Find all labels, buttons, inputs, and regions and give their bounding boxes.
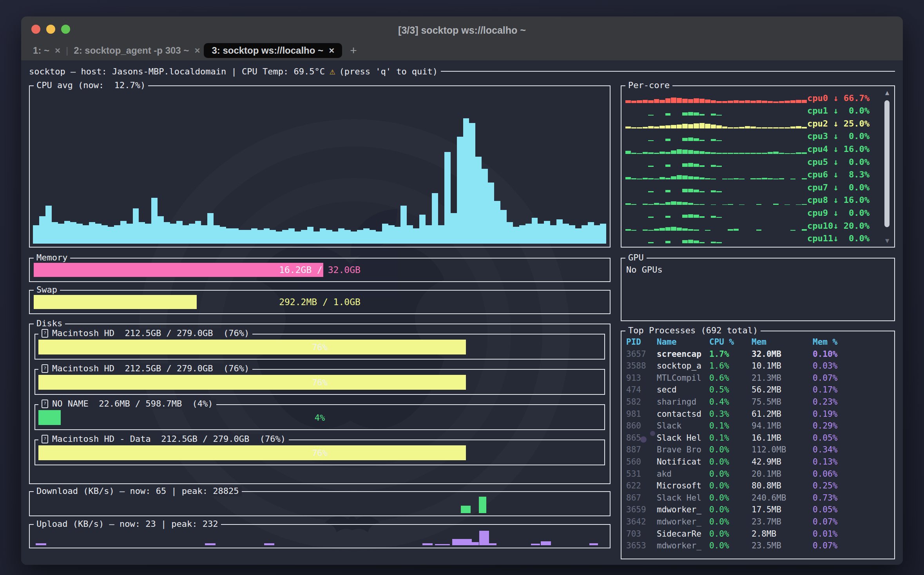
sparkline-bar bbox=[682, 99, 688, 103]
sparkline-bar bbox=[671, 176, 676, 179]
column-header[interactable]: Mem bbox=[752, 336, 807, 348]
cpu-avg-bar bbox=[70, 222, 76, 244]
new-tab-button[interactable]: + bbox=[350, 44, 357, 57]
disk-icon: ? bbox=[42, 364, 48, 373]
sparkline-bar bbox=[716, 191, 722, 192]
process-row[interactable]: 560Notificat0.0%42.9MB0.13% bbox=[626, 456, 891, 468]
cpu-avg-bar bbox=[64, 221, 71, 244]
tab-3-active[interactable]: 3: socktop ws://localho ~ × bbox=[204, 43, 342, 58]
process-row[interactable]: 913MTLCompil0.6%21.3MB0.07% bbox=[626, 372, 891, 384]
column-header[interactable]: Mem % bbox=[813, 336, 891, 348]
process-name: Slack Hel bbox=[657, 432, 704, 444]
sparkline-bar bbox=[756, 100, 762, 103]
tab-1[interactable]: 1: ~ × bbox=[29, 43, 64, 58]
sparkline-bar bbox=[699, 123, 705, 128]
sparkline-bar bbox=[659, 100, 665, 103]
per-core-sparkline bbox=[625, 169, 807, 179]
sparkline-bar bbox=[648, 178, 654, 179]
process-name: mdworker_ bbox=[657, 504, 704, 516]
process-row[interactable]: 887Brave Bro0.0%112.0MB0.34% bbox=[626, 444, 891, 456]
process-row[interactable]: 582sharingd0.4%75.5MB0.23% bbox=[626, 396, 891, 408]
process-mempct: 0.10% bbox=[813, 348, 891, 360]
cpu-avg-bar bbox=[444, 152, 451, 244]
tab-2[interactable]: 2: socktop_agent -p 303 ~ × bbox=[70, 43, 204, 58]
process-row[interactable]: 860Slack0.1%94.1MB0.29% bbox=[626, 420, 891, 432]
cpu-avg-bar bbox=[95, 224, 101, 244]
cpu-avg-bar bbox=[370, 230, 376, 244]
sparkline-bar bbox=[643, 204, 648, 205]
process-mempct: 0.73% bbox=[813, 492, 891, 504]
column-header[interactable]: CPU % bbox=[709, 336, 746, 348]
tab-1-close-icon[interactable]: × bbox=[55, 45, 60, 56]
process-row[interactable]: 474secd0.5%56.2MB0.17% bbox=[626, 384, 891, 396]
sparkline-bar bbox=[734, 153, 739, 154]
process-row[interactable]: 3642mdworker_0.0%23.7MB0.07% bbox=[626, 516, 891, 528]
cpu-avg-bar bbox=[133, 208, 139, 244]
sparkline-bar bbox=[665, 241, 671, 243]
process-row[interactable]: 3653mdworker_0.0%23.5MB0.07% bbox=[626, 540, 891, 552]
tab-1-label: 1: ~ bbox=[33, 45, 49, 56]
upload-chart bbox=[33, 528, 607, 545]
sparkline-bar bbox=[750, 153, 756, 154]
upload-bar bbox=[479, 531, 489, 545]
sparkline-bar bbox=[648, 204, 654, 205]
cpu-avg-bar bbox=[176, 221, 183, 244]
per-core-row: cpu3 ↓ 0.0% bbox=[625, 128, 877, 141]
process-mem: 21.3MB bbox=[752, 372, 807, 384]
cpu-avg-bar bbox=[39, 216, 45, 244]
disk-label: Macintosh HD 212.5GB / 279.0GB (76%) bbox=[52, 328, 249, 338]
process-row[interactable]: 3659mdworker_0.0%17.5MB0.05% bbox=[626, 504, 891, 516]
sparkline-bar bbox=[773, 101, 779, 103]
sparkline-bar bbox=[750, 101, 756, 103]
sparkline-bar bbox=[688, 240, 694, 243]
temp-warning-icon: ⚠ bbox=[330, 66, 335, 77]
disk-percent-label: 4% bbox=[38, 410, 601, 425]
process-row[interactable]: 622Microsoft0.0%80.8MB0.25% bbox=[626, 480, 891, 492]
sparkline-bar bbox=[643, 178, 648, 179]
sparkline-bar bbox=[750, 178, 756, 179]
process-row[interactable]: 3588socktop_a1.6%10.1MB0.03% bbox=[626, 360, 891, 372]
sparkline-bar bbox=[722, 179, 728, 179]
process-row[interactable]: 3657screencap1.7%32.0MB0.10% bbox=[626, 348, 891, 360]
process-mem: 61.2MB bbox=[752, 408, 807, 420]
process-row[interactable]: 865Slack Hel0.1%16.1MB0.05% bbox=[626, 432, 891, 444]
column-header[interactable]: Name bbox=[657, 336, 704, 348]
disks-panel: Disks ?Macintosh HD 212.5GB / 279.0GB (7… bbox=[29, 324, 611, 484]
per-core-panel: Per-core cpu0 ↓ 66.7%cpu1 ↓ 0.0%cpu2 ↓ 2… bbox=[621, 85, 895, 248]
status-header: socktop — host: Jasons-MBP.localdomain |… bbox=[29, 66, 895, 77]
sparkline-bar bbox=[654, 229, 659, 230]
per-core-scrollbar[interactable]: ▲ ▼ bbox=[882, 88, 892, 245]
sparkline-bar bbox=[728, 127, 733, 128]
sparkline-bar bbox=[716, 166, 722, 167]
per-core-row: cpu11↓ 0.0% bbox=[625, 231, 877, 244]
process-row[interactable]: 531akd0.0%20.1MB0.06% bbox=[626, 468, 891, 480]
sparkline-bar bbox=[762, 153, 767, 154]
sparkline-bar bbox=[722, 101, 728, 103]
process-row[interactable]: 703SidecarRe0.0%2.8MB0.01% bbox=[626, 528, 891, 540]
sparkline-bar bbox=[688, 203, 694, 205]
sparkline-bar bbox=[796, 126, 801, 128]
disk-item: ?Macintosh HD 212.5GB / 279.0GB (76%)76% bbox=[34, 334, 605, 360]
scroll-down-icon[interactable]: ▼ bbox=[882, 237, 892, 244]
column-header[interactable]: PID bbox=[626, 336, 651, 348]
scroll-up-icon[interactable]: ▲ bbox=[882, 89, 892, 96]
process-name: Slack bbox=[657, 420, 704, 432]
cpu-avg-bar bbox=[108, 227, 114, 244]
per-core-row: cpu6 ↓ 8.3% bbox=[625, 167, 877, 180]
process-mempct: 0.13% bbox=[813, 456, 891, 468]
download-panel: Download (KB/s) — now: 65 | peak: 28825 bbox=[29, 491, 611, 516]
scrollbar-thumb[interactable] bbox=[884, 100, 890, 227]
tab-3-label: 3: socktop ws://localho ~ bbox=[212, 45, 323, 56]
per-core-label: cpu0 ↓ 66.7% bbox=[807, 93, 877, 103]
sparkline-bar bbox=[802, 100, 807, 103]
tab-2-close-icon[interactable]: × bbox=[194, 45, 200, 56]
per-core-row: cpu0 ↓ 66.7% bbox=[625, 90, 877, 103]
process-row[interactable]: 981contactsd0.3%61.2MB0.19% bbox=[626, 408, 891, 420]
process-row[interactable]: 867Slack Hel0.0%240.6MB0.73% bbox=[626, 492, 891, 504]
tab-3-close-icon[interactable]: × bbox=[329, 45, 334, 56]
sparkline-bar bbox=[659, 204, 665, 205]
sparkline-bar bbox=[682, 175, 688, 179]
process-cpu: 1.6% bbox=[709, 360, 746, 372]
sparkline-bar bbox=[688, 99, 694, 103]
cpu-avg-bar bbox=[376, 231, 382, 244]
